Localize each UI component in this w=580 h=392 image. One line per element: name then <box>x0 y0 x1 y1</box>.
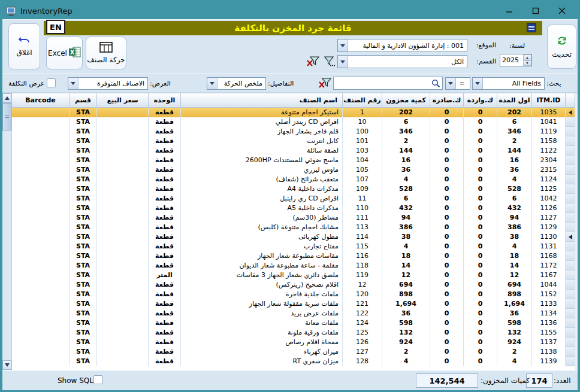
row-selector[interactable] <box>566 318 575 328</box>
table-row[interactable]: STAقطعةملفات معانة124598005981136 <box>12 318 575 328</box>
col-header-price[interactable]: سعر البيع <box>97 93 149 108</box>
cell-unit: قطعة <box>149 184 181 194</box>
cell-barcode <box>12 299 70 309</box>
refresh-button[interactable]: تحديث <box>547 25 576 69</box>
table-row[interactable]: STAقطعةملفات ورقية ملونة125132001321155 <box>12 328 575 338</box>
table-row[interactable]: STAقطعةمتعقب شرائح (شفاف)10740041124 <box>12 175 575 184</box>
row-selector[interactable] <box>566 223 575 232</box>
table-row[interactable]: STAقطعةملفات سرية مقفولة شعار الجهاز1211… <box>12 299 575 309</box>
view-select[interactable]: الاصناف المتوفرة <box>68 77 148 90</box>
row-selector[interactable] <box>566 108 575 117</box>
table-row[interactable]: STAالمترملصق دائري بشعار الجهاز 3 مقاسات… <box>12 271 575 280</box>
row-selector[interactable] <box>566 146 575 156</box>
export-excel-button[interactable]: Excel X <box>46 37 83 69</box>
col-header-itemno[interactable]: رقم الصنف <box>343 93 382 108</box>
year-spinner[interactable]: 2025 ▲▼ <box>500 54 532 66</box>
table-row[interactable]: STAقطعةمساطر (30سم)1119400941127 <box>12 213 575 223</box>
maximize-button[interactable] <box>522 3 549 19</box>
clear-filter-icon[interactable] <box>307 56 320 67</box>
row-selector[interactable] <box>566 184 575 194</box>
table-row[interactable]: STAقطعةمذكرات داخلية A5110432004321126 <box>12 203 575 213</box>
cell-begin: 18 <box>497 251 532 261</box>
table-row[interactable]: STAقطعةمقاسات مطبوعة شعار الجهاز11618001… <box>12 251 575 261</box>
row-selector[interactable] <box>566 213 575 223</box>
row-selector[interactable] <box>566 127 575 136</box>
row-selector[interactable] <box>566 165 575 175</box>
table-grid-icon <box>99 42 113 54</box>
table-row[interactable]: STAقطعةقلم فاخر بشعار الجهاز100346003461… <box>12 127 575 136</box>
refresh-label: تحديث <box>552 50 572 59</box>
row-selector[interactable] <box>566 280 575 290</box>
col-header-qty-in[interactable]: ك.واردة <box>464 93 497 108</box>
location-select[interactable]: 001 : إدارة الشؤون الادارية و المالية <box>337 39 467 52</box>
col-header-qty-out[interactable]: ك.صادرة <box>430 93 464 108</box>
close-button[interactable] <box>549 3 575 19</box>
table-row[interactable]: STAقطعةماوس ليزري1053600362315 <box>12 165 575 175</box>
table-row[interactable]: STAقطعةمفتاح تجارب11540041131 <box>12 242 575 251</box>
row-selector[interactable] <box>566 290 575 299</box>
show-sql-checkbox[interactable] <box>93 375 102 384</box>
operator-select[interactable]: = <box>445 77 470 90</box>
language-toggle[interactable]: EN <box>46 20 65 34</box>
col-header-barcode[interactable]: Barcode <box>12 93 70 108</box>
year-spin-buttons[interactable]: ▲▼ <box>523 54 531 66</box>
table-row[interactable]: STAقطعةميزان سفري RT12840041139 <box>12 357 575 366</box>
search-input[interactable] <box>334 78 429 90</box>
filter-icon[interactable] <box>324 56 337 67</box>
table-row[interactable]: STAقطعةمشابك احجام متنوعة (كلبس)11338600… <box>12 223 575 232</box>
scroll-up-icon[interactable] <box>2 93 11 103</box>
item-movement-button[interactable]: حركة الصنف <box>86 37 126 69</box>
scroll-down-icon[interactable] <box>2 360 11 370</box>
row-selector[interactable] <box>566 328 575 338</box>
table-row[interactable]: STAقطعةكابل انترنت10120021158 <box>12 136 575 146</box>
table-row[interactable]: STAقطعةاقراص CD ري رايتبل1160061042 <box>12 194 575 203</box>
cell-in: 0 <box>464 203 497 213</box>
cell-unit: قطعة <box>149 338 181 347</box>
col-header-name[interactable]: اسم الصنف <box>181 93 343 108</box>
table-row[interactable]: STAقطعةلصقة سائلة103144001441122 <box>12 146 575 156</box>
report-list-icon[interactable] <box>527 23 536 32</box>
row-selector[interactable] <box>566 203 575 213</box>
row-selector[interactable] <box>566 117 575 127</box>
row-selector[interactable] <box>566 242 575 251</box>
show-cost-checkbox[interactable] <box>47 78 56 87</box>
row-selector[interactable] <box>566 357 575 366</box>
cell-name: اقراص CD ريندز أصلي <box>181 117 343 127</box>
row-selector[interactable] <box>566 261 575 271</box>
table-row[interactable]: STAقطعةملفات جلدية فاخرة120898008981152 <box>12 290 575 299</box>
col-header-itmid[interactable]: ITM.ID <box>532 93 566 108</box>
table-row[interactable]: STAقطعةممحاة اقلام رصاص126924009241137 <box>12 338 575 347</box>
row-selector[interactable] <box>566 347 575 357</box>
table-row[interactable]: STAقطعةماسح ضوئي للمستندات 2600HP1041600… <box>12 156 575 165</box>
table-row[interactable]: STAقطعةمذكرات داخلية A4109528005281125 <box>12 184 575 194</box>
table-row[interactable]: STAقطعةاقراص CD ريندز أصلي1060061041 <box>12 117 575 127</box>
table-row[interactable]: STAقطعةاستيكر احجام متنوعة1202002021035 <box>12 108 575 117</box>
row-selector[interactable] <box>566 299 575 309</box>
row-selector[interactable] <box>566 136 575 146</box>
row-selector[interactable] <box>566 156 575 165</box>
row-selector[interactable] <box>566 338 575 347</box>
col-header-begin[interactable]: اول المدة <box>497 93 532 108</box>
table-row[interactable]: STAقطعةملفات عرض بريد1223600361134 <box>12 309 575 318</box>
table-row[interactable]: STAقطعةاقلام تصحيح (ريتركس)1269400694104… <box>12 280 575 290</box>
search-field-select[interactable]: All Fields <box>472 77 545 90</box>
table-row[interactable]: STAقطعةمقلمة - ساعة مطبوعة شعار الديوان1… <box>12 261 575 271</box>
clear-search-filter-icon[interactable] <box>319 78 332 89</box>
row-selector[interactable] <box>566 309 575 318</box>
col-header-unit[interactable]: الوحدة <box>149 93 181 108</box>
row-selector[interactable] <box>566 175 575 184</box>
scroll-thumb[interactable] <box>2 103 11 130</box>
row-selector[interactable] <box>566 251 575 261</box>
table-row[interactable]: STAقطعةميزان كهرباء12720021138 <box>12 347 575 357</box>
row-selector[interactable] <box>566 194 575 203</box>
close-form-button[interactable]: اغلاق <box>8 23 40 69</box>
col-header-stockqty[interactable]: كمية مخزون <box>382 93 430 108</box>
minimize-button[interactable] <box>496 3 522 19</box>
col-header-dept[interactable]: قسم <box>70 93 97 108</box>
details-select[interactable]: ملخص الحركة <box>207 77 266 90</box>
row-selector[interactable] <box>566 271 575 280</box>
row-selector[interactable] <box>566 232 575 242</box>
vertical-scrollbar[interactable] <box>2 93 12 370</box>
department-select[interactable]: الكل <box>337 55 467 68</box>
table-row[interactable]: STAقطعةمطول كهربائى1143800381130 <box>12 232 575 242</box>
